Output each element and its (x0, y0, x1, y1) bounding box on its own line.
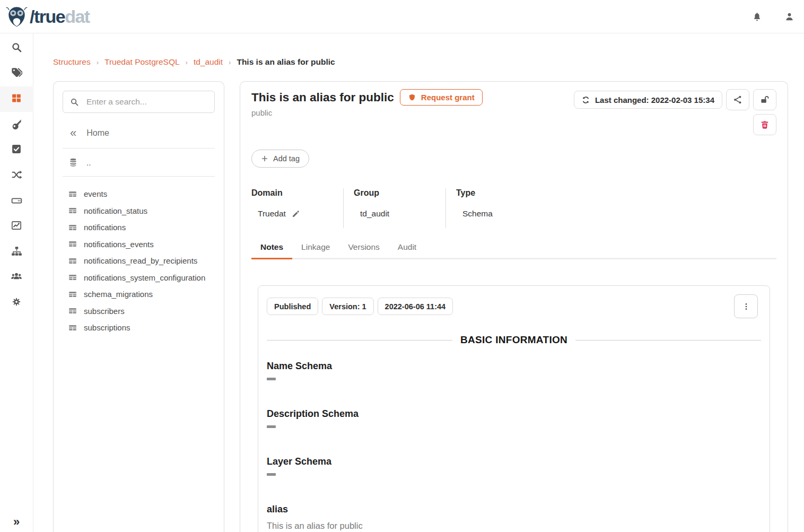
version-badge: Version: 1 (322, 298, 373, 315)
truedat-logo[interactable]: /truedat (5, 5, 90, 28)
add-tag-label: Add tag (273, 154, 300, 163)
tree-search-box[interactable] (63, 91, 215, 113)
field-label: Layer Schema (267, 456, 761, 467)
tab-versions[interactable]: Versions (339, 237, 388, 258)
tab-linkage[interactable]: Linkage (292, 237, 339, 258)
field-label: Description Schema (267, 408, 761, 420)
breadcrumb-group[interactable]: td_audit (194, 57, 223, 67)
sidebar-item-systems[interactable] (0, 188, 33, 214)
share-icon (733, 95, 742, 104)
sidebar-item-dashboards[interactable] (0, 214, 33, 239)
table-row-schema-migrations[interactable]: schema_migrations (63, 286, 215, 303)
logo-wordmark: /truedat (30, 7, 90, 25)
table-row-notifications-system-configuration[interactable]: notifications_system_configuration (63, 269, 215, 286)
table-row-events[interactable]: events (63, 186, 215, 203)
domain-label: Domain (251, 188, 343, 198)
edit-pencil-icon[interactable] (292, 210, 300, 218)
request-grant-label: Request grant (421, 93, 475, 102)
sidebar-item-settings[interactable] (0, 290, 33, 316)
shuffle-icon (11, 169, 22, 182)
table-row-notifications[interactable]: notifications (63, 219, 215, 236)
table-row-subscriptions[interactable]: subscriptions (63, 319, 215, 336)
field-value (267, 425, 761, 436)
sidebar-item-quality[interactable] (0, 137, 33, 163)
table-row-subscribers[interactable]: subscribers (63, 303, 215, 320)
trash-icon (760, 120, 770, 129)
note-card: Published Version: 1 2022-06-06 11:44 BA… (258, 285, 770, 532)
request-grant-button[interactable]: Request grant (400, 89, 483, 106)
field-value (267, 378, 761, 388)
note-actions-menu-button[interactable] (734, 294, 758, 318)
tab-audit[interactable]: Audit (389, 237, 425, 258)
table-icon (68, 290, 77, 299)
field-value: This is an alias for public (267, 521, 761, 531)
table-icon (68, 324, 77, 332)
meta-section: Domain Truedat Group td_audit Type (251, 188, 776, 228)
owl-logo-icon (5, 5, 28, 28)
last-changed-button[interactable]: Last changed: 2022-02-03 15:34 (574, 91, 722, 109)
icon-sidebar: » (0, 33, 33, 532)
double-chevron-left-icon: « (70, 127, 76, 139)
breadcrumb-current: This is an alias for public (237, 57, 335, 67)
add-tag-button[interactable]: Add tag (251, 150, 309, 168)
sidebar-item-users[interactable] (0, 265, 33, 290)
table-icon (68, 257, 77, 265)
hdd-icon (11, 195, 22, 208)
table-row-notifications-read-by-recipients[interactable]: notifications_read_by_recipients (63, 252, 215, 269)
delete-button[interactable] (753, 114, 776, 135)
tree-search-input[interactable] (85, 97, 207, 107)
field-label: Name Schema (267, 361, 761, 372)
tree-parent-item[interactable]: .. (63, 158, 215, 167)
top-header: /truedat (0, 0, 804, 33)
type-label: Type (456, 188, 557, 198)
table-name: subscriptions (84, 323, 130, 332)
lock-button[interactable] (753, 89, 776, 110)
date-badge: 2022-06-06 11:44 (378, 298, 453, 315)
tags-icon (11, 67, 22, 81)
table-row-notifications-events[interactable]: notifications_events (63, 236, 215, 253)
expand-sidebar-button[interactable]: » (13, 513, 20, 531)
sidebar-item-tags[interactable] (0, 61, 33, 86)
breadcrumb: Structures › Truedat PostgreSQL › td_aud… (53, 57, 788, 67)
main-content: Structures › Truedat PostgreSQL › td_aud… (33, 33, 804, 532)
breadcrumb-system[interactable]: Truedat PostgreSQL (104, 57, 180, 67)
user-profile-icon[interactable] (784, 12, 794, 22)
parent-item-label: .. (86, 158, 91, 167)
unlock-icon (760, 95, 770, 104)
field-description-schema: Description Schema (267, 408, 761, 436)
field-layer-schema: Layer Schema (267, 456, 761, 484)
share-button[interactable] (726, 89, 749, 110)
type-value: Schema (462, 209, 493, 219)
app-window: /truedat (0, 0, 804, 532)
sidebar-item-lineage[interactable] (0, 163, 33, 188)
refresh-icon (582, 96, 590, 104)
table-name: subscribers (84, 307, 125, 316)
detail-tabs: Notes Linkage Versions Audit (251, 237, 776, 259)
breadcrumb-structures[interactable]: Structures (53, 57, 91, 67)
search-icon (11, 42, 22, 55)
search-icon (70, 98, 79, 107)
table-icon (68, 190, 77, 198)
group-label: Group (354, 188, 445, 198)
gear-icon (11, 296, 22, 309)
sidebar-item-taxonomy[interactable] (0, 239, 33, 265)
table-name: notifications (84, 223, 126, 232)
sidebar-item-permissions[interactable] (0, 112, 33, 137)
table-name: notifications_events (84, 240, 154, 249)
sidebar-item-search[interactable] (0, 36, 33, 61)
notifications-bell-icon[interactable] (752, 12, 762, 22)
key-icon (11, 118, 22, 132)
logo-text-primary: /true (30, 6, 65, 27)
table-icon (68, 206, 77, 215)
tab-notes[interactable]: Notes (251, 237, 292, 259)
note-fields: Name Schema Description Schema Layer Sch… (267, 361, 761, 531)
table-icon (68, 240, 77, 248)
home-label: Home (86, 128, 109, 138)
table-row-notification-status[interactable]: notification_status (63, 203, 215, 220)
table-icon (68, 307, 77, 315)
sidebar-item-structures[interactable] (0, 86, 33, 112)
table-list: events notification_status notifications… (63, 186, 215, 336)
grid-icon (11, 93, 22, 106)
chart-line-icon (11, 220, 22, 233)
tree-home-link[interactable]: « Home (63, 127, 215, 139)
